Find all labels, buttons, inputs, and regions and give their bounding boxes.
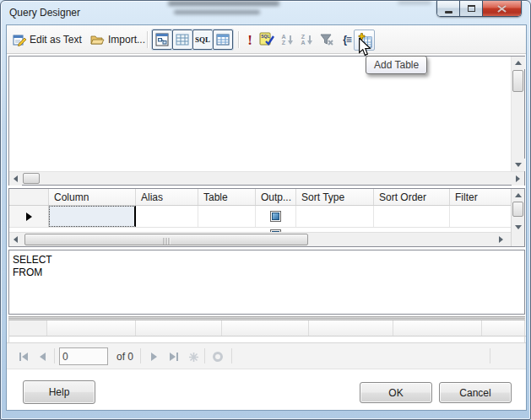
mouse-cursor-icon	[358, 38, 371, 57]
close-button[interactable]	[483, 1, 521, 16]
filter-cell[interactable]	[450, 206, 511, 227]
sql-pane-icon: SQL	[195, 35, 210, 44]
criteria-grid-header: Column Alias Table Outp... Sort Type Sor…	[9, 189, 511, 206]
sort-type-cell[interactable]	[296, 206, 374, 227]
maximize-button[interactable]	[460, 1, 483, 16]
scroll-left-icon	[14, 236, 18, 243]
last-record-button[interactable]	[165, 348, 182, 365]
sql-from-line: FROM	[13, 267, 521, 279]
record-count-label: of 0	[116, 351, 133, 363]
cancel-label: Cancel	[459, 387, 490, 399]
previous-record-icon	[40, 353, 46, 361]
results-cell	[136, 320, 222, 336]
sort-descending-button[interactable]: Z A	[298, 31, 315, 48]
alias-header[interactable]: Alias	[136, 189, 198, 205]
sort-order-cell[interactable]	[374, 206, 450, 227]
record-navigator: of 0	[7, 342, 526, 369]
criteria-pane-icon	[176, 34, 189, 46]
current-row-indicator[interactable]	[9, 206, 49, 227]
last-record-icon	[176, 353, 178, 361]
row-selector-header	[9, 189, 49, 205]
scroll-right-button[interactable]	[495, 233, 507, 246]
sort-order-header[interactable]: Sort Order	[374, 189, 450, 205]
sort-ascending-button[interactable]: A Z	[279, 31, 295, 48]
filter-icon	[319, 33, 334, 46]
record-position-input[interactable]	[59, 347, 108, 365]
scroll-right-button[interactable]	[512, 172, 524, 186]
show-criteria-pane-button[interactable]	[172, 30, 192, 50]
next-record-button[interactable]	[147, 348, 160, 365]
remove-filter-button[interactable]	[317, 31, 337, 48]
grid-horizontal-scrollbar[interactable]	[9, 232, 511, 246]
edit-as-text-label: Edit as Text	[30, 34, 82, 46]
verify-sql-button[interactable]: SQL	[257, 31, 277, 48]
output-header[interactable]: Outp...	[256, 189, 296, 205]
horizontal-scroll-thumb[interactable]	[23, 173, 40, 184]
navigator-separator	[490, 348, 490, 363]
execute-icon: !	[247, 33, 252, 47]
minimize-button[interactable]	[437, 1, 460, 16]
output-checkbox[interactable]	[270, 211, 281, 222]
scroll-down-button[interactable]	[512, 159, 525, 171]
column-header[interactable]: Column	[49, 189, 136, 205]
scroll-up-icon	[515, 61, 522, 65]
scroll-left-button[interactable]	[9, 233, 22, 246]
import-button[interactable]: Import...	[89, 30, 147, 49]
criteria-grid-pane[interactable]: Column Alias Table Outp... Sort Type Sor…	[8, 188, 525, 247]
scroll-down-button[interactable]	[512, 221, 524, 233]
show-results-pane-button[interactable]	[213, 30, 233, 50]
vertical-scroll-thumb[interactable]	[512, 70, 523, 92]
sort-type-header[interactable]: Sort Type	[296, 189, 374, 205]
diagram-pane-icon	[155, 33, 169, 46]
first-record-button[interactable]	[15, 348, 32, 365]
results-row-selector-cell	[9, 320, 47, 336]
verify-sql-icon: SQL	[258, 32, 275, 47]
stop-icon	[213, 352, 223, 362]
first-record-arrow	[22, 353, 28, 361]
results-cell	[309, 320, 393, 336]
scroll-left-button[interactable]	[9, 172, 22, 186]
dialog-client-area: Edit as Text Import...	[6, 24, 527, 411]
new-record-button[interactable]	[186, 348, 201, 365]
sort-descending-icon: Z A	[301, 34, 305, 46]
scroll-up-button[interactable]	[512, 189, 524, 201]
help-button[interactable]: Help	[23, 380, 95, 404]
ok-button[interactable]: OK	[360, 382, 432, 403]
stop-button[interactable]	[209, 348, 226, 365]
glass-smudge	[398, 1, 431, 4]
show-diagram-pane-button[interactable]	[152, 30, 172, 50]
diagram-pane[interactable]	[8, 56, 525, 186]
navigator-separator	[140, 348, 141, 363]
diagram-vertical-scrollbar[interactable]	[511, 57, 524, 171]
diagram-horizontal-scrollbar[interactable]	[9, 171, 524, 185]
sql-pane[interactable]: SELECT FROM	[8, 250, 525, 315]
criteria-grid-row[interactable]	[9, 206, 511, 228]
navigator-separator	[204, 348, 205, 363]
cancel-button[interactable]: Cancel	[439, 382, 512, 403]
close-icon	[497, 5, 507, 13]
previous-record-button[interactable]	[35, 348, 49, 365]
table-header[interactable]: Table	[198, 189, 256, 205]
show-sql-pane-button[interactable]: SQL	[192, 30, 213, 50]
filter-header[interactable]: Filter	[450, 189, 511, 205]
scroll-up-button[interactable]	[512, 57, 525, 69]
window-controls	[436, 1, 522, 17]
glass-smudge	[168, 1, 279, 6]
alias-cell[interactable]	[136, 206, 198, 227]
horizontal-scroll-thumb[interactable]	[24, 234, 308, 245]
scroll-down-icon	[515, 163, 522, 167]
edit-as-text-button[interactable]: Edit as Text	[11, 30, 84, 49]
execute-button[interactable]: !	[243, 31, 257, 48]
table-cell[interactable]	[198, 206, 256, 227]
scroll-right-icon	[516, 175, 520, 182]
navigator-separator	[54, 348, 55, 363]
vertical-scroll-thumb[interactable]	[512, 202, 523, 217]
checkbox-checked-mark	[272, 213, 279, 220]
output-cell[interactable]	[256, 206, 296, 227]
grid-vertical-scrollbar[interactable]	[511, 189, 524, 246]
results-pane-icon	[216, 34, 230, 46]
current-row-arrow-icon	[26, 213, 32, 221]
scroll-left-icon	[14, 175, 18, 182]
results-pane[interactable]	[8, 320, 525, 342]
column-cell-selected[interactable]	[49, 206, 136, 227]
